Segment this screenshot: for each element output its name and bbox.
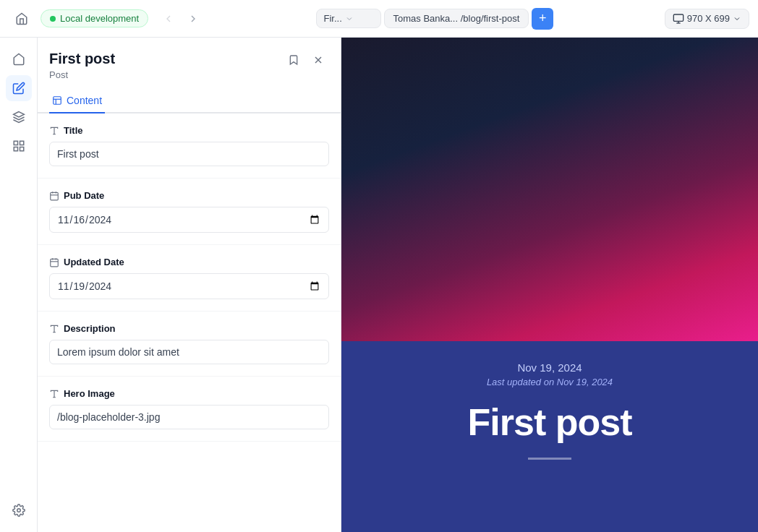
- edit-icon[interactable]: [6, 75, 32, 101]
- panel: First post Post Content: [38, 38, 341, 532]
- field-label-hero-image: Hero Image: [49, 388, 329, 399]
- forward-button[interactable]: [182, 7, 205, 30]
- panel-header: First post Post: [38, 38, 341, 80]
- label-updated-date-text: Updated Date: [64, 257, 124, 267]
- viewport-size-label: 970 X 699: [687, 13, 730, 24]
- tab-content-label: Content: [67, 95, 102, 106]
- blog-hero-image: [341, 38, 758, 341]
- blog-date: Nov 19, 2024: [370, 361, 729, 374]
- bookmark-button[interactable]: [283, 49, 305, 71]
- title-input[interactable]: [49, 142, 329, 166]
- label-description-text: Description: [64, 323, 116, 334]
- tab-content[interactable]: Content: [49, 89, 105, 113]
- panel-subtitle: Post: [49, 69, 283, 80]
- panel-title: First post: [49, 49, 283, 68]
- svg-rect-6: [14, 147, 17, 151]
- home-nav-icon[interactable]: [6, 46, 32, 72]
- topbar: Local development Fir... Tomas Banka... …: [0, 0, 758, 38]
- svg-rect-0: [673, 14, 683, 21]
- preview-area: Nov 19, 2024 Last updated on Nov 19, 202…: [341, 38, 758, 532]
- tab-short-label: Fir...: [324, 13, 342, 24]
- panel-content: Title Pub Date Updated Date: [38, 113, 341, 532]
- svg-rect-20: [51, 259, 59, 267]
- svg-point-8: [17, 509, 20, 512]
- settings-icon[interactable]: [6, 497, 32, 523]
- label-title-text: Title: [64, 125, 83, 136]
- close-button[interactable]: [307, 49, 329, 71]
- url-display[interactable]: Tomas Banka... /blog/first-post: [384, 9, 529, 28]
- field-label-updated-date: Updated Date: [49, 257, 329, 267]
- svg-rect-5: [20, 141, 23, 145]
- field-label-pub-date: Pub Date: [49, 190, 329, 201]
- svg-rect-16: [51, 192, 59, 200]
- panel-tabs: Content: [38, 89, 341, 113]
- blog-divider: [528, 458, 571, 460]
- svg-rect-4: [14, 141, 17, 145]
- pub-date-input[interactable]: [49, 207, 329, 233]
- field-label-title: Title: [49, 125, 329, 136]
- svg-rect-7: [20, 147, 23, 151]
- label-hero-image-text: Hero Image: [64, 388, 115, 399]
- hero-image-input[interactable]: [49, 405, 329, 429]
- blog-title: First post: [370, 402, 729, 443]
- back-button[interactable]: [157, 7, 180, 30]
- svg-marker-3: [13, 112, 24, 118]
- env-label: Local development: [60, 13, 139, 24]
- field-group-hero-image: Hero Image: [38, 377, 341, 442]
- new-tab-button[interactable]: +: [532, 8, 553, 30]
- field-label-description: Description: [49, 323, 329, 334]
- updated-date-input[interactable]: [49, 273, 329, 299]
- blog-content-area: Nov 19, 2024 Last updated on Nov 19, 202…: [341, 341, 758, 532]
- field-group-updated-date: Updated Date: [38, 245, 341, 312]
- icon-sidebar: [0, 38, 38, 532]
- nav-arrows: [157, 7, 205, 30]
- url-bar-group: Fir... Tomas Banka... /blog/first-post +: [210, 8, 659, 30]
- panel-title-group: First post Post: [49, 49, 283, 80]
- layers-icon[interactable]: [6, 104, 32, 130]
- grid-icon[interactable]: [6, 133, 32, 159]
- svg-rect-11: [54, 97, 61, 105]
- field-group-description: Description: [38, 312, 341, 377]
- field-group-title: Title: [38, 113, 341, 179]
- label-pub-date-text: Pub Date: [64, 190, 104, 201]
- env-dot: [50, 16, 56, 22]
- viewport-control[interactable]: 970 X 699: [665, 9, 749, 29]
- home-icon[interactable]: [9, 6, 35, 32]
- preview-iframe: Nov 19, 2024 Last updated on Nov 19, 202…: [341, 38, 758, 532]
- main-layout: First post Post Content: [0, 38, 758, 532]
- description-input[interactable]: [49, 340, 329, 364]
- env-badge[interactable]: Local development: [41, 9, 148, 27]
- panel-header-actions: [283, 49, 329, 71]
- tab-pill[interactable]: Fir...: [316, 9, 381, 28]
- field-group-pub-date: Pub Date: [38, 179, 341, 245]
- blog-updated-date: Last updated on Nov 19, 2024: [370, 377, 729, 387]
